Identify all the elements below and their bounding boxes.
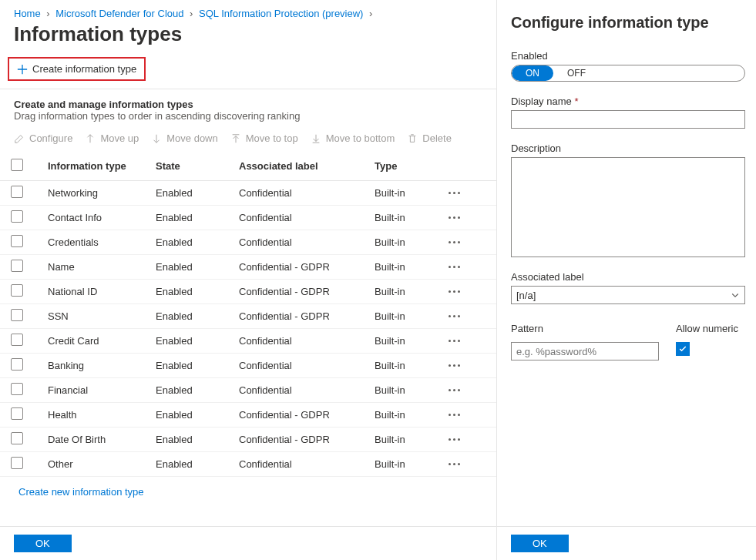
cell-type: Built-in <box>375 236 436 248</box>
cell-state: Enabled <box>156 187 239 199</box>
associated-label-select[interactable]: [n/a] <box>511 286 745 304</box>
section-title: Create and manage information types <box>14 99 482 110</box>
allow-numeric-checkbox[interactable] <box>676 342 690 356</box>
row-checkbox[interactable] <box>11 407 23 420</box>
row-more-button[interactable] <box>436 241 472 243</box>
cell-label: Confidential <box>239 236 375 248</box>
breadcrumb: Home › Microsoft Defender for Cloud › SQ… <box>0 0 496 19</box>
row-more-button[interactable] <box>436 364 472 367</box>
pattern-label: Pattern <box>511 323 659 334</box>
pattern-input[interactable] <box>511 342 659 360</box>
create-information-type-button[interactable]: Create information type <box>8 57 146 81</box>
row-checkbox[interactable] <box>11 358 23 371</box>
row-checkbox[interactable] <box>11 309 23 321</box>
move-bottom-action[interactable]: Move to bottom <box>311 132 395 144</box>
breadcrumb-defender[interactable]: Microsoft Defender for Cloud <box>55 8 183 19</box>
row-checkbox[interactable] <box>11 235 23 247</box>
edit-icon <box>14 133 25 144</box>
delete-action[interactable]: Delete <box>407 132 452 144</box>
table-row[interactable]: FinancialEnabledConfidentialBuilt-in <box>0 378 496 403</box>
cell-type: Built-in <box>375 384 436 396</box>
toggle-off[interactable]: OFF <box>553 65 600 81</box>
cell-state: Enabled <box>156 261 239 273</box>
row-more-button[interactable] <box>436 315 472 317</box>
breadcrumb-sip[interactable]: SQL Information Protection (preview) <box>199 8 363 19</box>
arrow-top-icon <box>230 133 241 144</box>
cell-type: Built-in <box>375 261 436 273</box>
move-down-action[interactable]: Move down <box>151 132 217 144</box>
cell-state: Enabled <box>156 409 239 421</box>
panel-title: Configure information type <box>511 8 745 50</box>
move-up-action[interactable]: Move up <box>85 132 139 144</box>
cell-label: Confidential <box>239 212 375 223</box>
associated-label-label: Associated label <box>511 271 745 283</box>
table-row[interactable]: National IDEnabledConfidential - GDPRBui… <box>0 280 496 304</box>
row-checkbox[interactable] <box>11 432 23 444</box>
row-more-button[interactable] <box>436 266 472 268</box>
chevron-right-icon: › <box>366 8 375 19</box>
row-more-button[interactable] <box>436 438 472 441</box>
row-checkbox[interactable] <box>11 260 23 272</box>
col-info-type: Information type <box>48 160 156 172</box>
row-more-button[interactable] <box>436 216 472 219</box>
row-checkbox[interactable] <box>11 383 23 395</box>
row-more-button[interactable] <box>436 290 472 293</box>
table-row[interactable]: HealthEnabledConfidential - GDPRBuilt-in <box>0 403 496 428</box>
row-more-button[interactable] <box>436 463 472 465</box>
table-row[interactable]: OtherEnabledConfidentialBuilt-in <box>0 452 496 477</box>
cell-state: Enabled <box>156 310 239 322</box>
table-row[interactable]: Contact InfoEnabledConfidentialBuilt-in <box>0 206 496 230</box>
table-row[interactable]: BankingEnabledConfidentialBuilt-in <box>0 354 496 378</box>
cell-type: Built-in <box>375 187 436 199</box>
cell-state: Enabled <box>156 458 239 470</box>
ok-button-main[interactable]: OK <box>14 535 72 552</box>
row-checkbox[interactable] <box>11 210 23 223</box>
grid-header: Information type State Associated label … <box>0 152 496 181</box>
ok-button-panel[interactable]: OK <box>511 535 569 552</box>
plus-icon <box>17 64 28 75</box>
breadcrumb-home[interactable]: Home <box>14 8 41 19</box>
chevron-right-icon: › <box>43 8 52 19</box>
row-more-button[interactable] <box>436 340 472 342</box>
cell-name: National ID <box>48 286 156 297</box>
cell-label: Confidential <box>239 360 375 371</box>
row-checkbox[interactable] <box>11 334 23 346</box>
row-more-button[interactable] <box>436 389 472 391</box>
cell-name: Contact Info <box>48 212 156 223</box>
cell-state: Enabled <box>156 212 239 223</box>
cell-label: Confidential <box>239 335 375 347</box>
table-row[interactable]: SSNEnabledConfidential - GDPRBuilt-in <box>0 304 496 329</box>
table-row[interactable]: CredentialsEnabledConfidentialBuilt-in <box>0 230 496 255</box>
cell-name: Date Of Birth <box>48 434 156 445</box>
configure-action[interactable]: Configure <box>14 132 72 144</box>
col-type: Type <box>375 160 436 172</box>
description-input[interactable] <box>511 157 745 257</box>
cell-state: Enabled <box>156 434 239 445</box>
table-row[interactable]: Date Of BirthEnabledConfidential - GDPRB… <box>0 428 496 452</box>
select-all-checkbox[interactable] <box>11 159 23 171</box>
create-new-link[interactable]: Create new information type <box>0 477 496 507</box>
cell-label: Confidential - GDPR <box>239 286 375 297</box>
cell-label: Confidential <box>239 187 375 199</box>
display-name-label: Display name * <box>511 96 745 107</box>
cell-name: Credit Card <box>48 335 156 347</box>
display-name-input[interactable] <box>511 110 745 129</box>
row-checkbox[interactable] <box>11 284 23 297</box>
cell-type: Built-in <box>375 310 436 322</box>
cell-label: Confidential - GDPR <box>239 261 375 273</box>
row-more-button[interactable] <box>436 192 472 194</box>
enabled-toggle[interactable]: ON OFF <box>511 65 745 82</box>
cell-type: Built-in <box>375 286 436 297</box>
table-row[interactable]: Credit CardEnabledConfidentialBuilt-in <box>0 329 496 354</box>
configure-panel: Configure information type Enabled ON OF… <box>497 0 756 560</box>
page-title: Information types <box>0 19 496 57</box>
info-types-grid: Information type State Associated label … <box>0 152 496 477</box>
table-row[interactable]: NetworkingEnabledConfidentialBuilt-in <box>0 181 496 206</box>
row-more-button[interactable] <box>436 414 472 416</box>
col-state: State <box>156 160 239 172</box>
row-checkbox[interactable] <box>11 186 23 198</box>
toggle-on[interactable]: ON <box>512 65 553 81</box>
move-top-action[interactable]: Move to top <box>230 132 298 144</box>
table-row[interactable]: NameEnabledConfidential - GDPRBuilt-in <box>0 255 496 280</box>
row-checkbox[interactable] <box>11 457 23 469</box>
